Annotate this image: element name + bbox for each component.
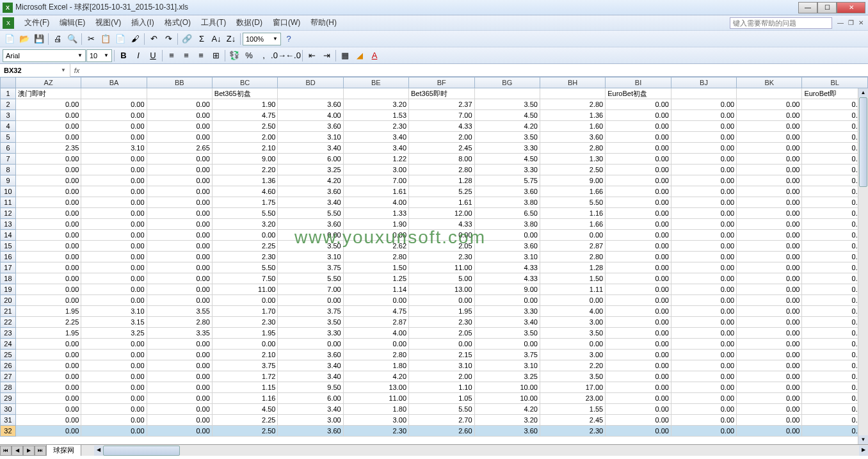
cell[interactable]: 0.00 [15,426,81,437]
cell[interactable]: 2.80 [147,317,212,328]
cell[interactable]: 3.50 [474,99,540,110]
cell[interactable]: 0.00 [737,208,802,219]
column-header[interactable]: BA [81,77,147,88]
cell[interactable]: 0.00 [278,295,343,306]
row-header[interactable]: 11 [1,197,16,208]
cell[interactable]: 0.00 [81,197,147,208]
cell[interactable]: 0.00 [671,121,736,132]
cell[interactable]: 0.00 [81,186,147,197]
cell[interactable]: 0.00 [278,230,343,241]
cell[interactable]: 0.00 [606,132,671,143]
cell[interactable]: 0.00 [606,328,671,339]
cell[interactable]: 4.50 [212,404,278,415]
cell[interactable]: 3.60 [278,426,343,437]
cell[interactable]: 0.00 [15,415,81,426]
row-header[interactable]: 7 [1,154,16,165]
cell[interactable]: 0.00 [540,230,605,241]
cell[interactable]: 0.00 [737,252,802,262]
cell[interactable]: 3.60 [540,132,605,143]
row-header[interactable]: 18 [1,273,16,284]
column-header[interactable]: AZ [15,77,81,88]
row-header[interactable]: 20 [1,295,16,306]
cell[interactable]: 3.40 [343,143,408,154]
cell[interactable]: 3.40 [474,317,540,328]
cell[interactable]: 0.00 [671,328,736,339]
formula-input[interactable] [83,65,868,76]
cell[interactable]: 0.00 [147,426,212,437]
cell[interactable]: 3.40 [278,371,343,382]
cell[interactable]: 0.00 [81,208,147,219]
cell[interactable]: 0.00 [737,371,802,382]
cell[interactable]: 0.00 [147,273,212,284]
cell[interactable]: 2.30 [540,426,605,437]
cell[interactable]: 3.15 [81,317,147,328]
cell[interactable]: 0.00 [15,284,81,295]
cell[interactable]: 0.00 [15,404,81,415]
cell[interactable]: 0.00 [737,110,802,121]
cell[interactable]: 2.20 [540,360,605,371]
cell[interactable]: 1.95 [15,328,81,339]
cell[interactable]: 5.00 [409,273,475,284]
cell[interactable]: 2.70 [409,415,475,426]
cell[interactable]: 1.61 [409,197,475,208]
cell[interactable]: 0.00 [81,165,147,175]
cell[interactable]: 1.50 [540,273,605,284]
open-button[interactable]: 📂 [17,32,31,46]
cell[interactable]: 1.28 [409,175,475,186]
cell[interactable]: 0.00 [737,230,802,241]
cell[interactable]: 0.00 [671,360,736,371]
cell[interactable]: 2.10 [212,143,278,154]
doc-restore-button[interactable]: ❐ [846,19,855,28]
row-header[interactable]: 32 [1,426,16,437]
cell[interactable]: 0.00 [671,241,736,252]
cell[interactable]: 1.36 [540,110,605,121]
cell[interactable]: 3.30 [278,328,343,339]
cell[interactable]: 2.80 [540,99,605,110]
cell[interactable]: 5.50 [278,273,343,284]
cell[interactable]: 0.00 [147,382,212,393]
cell[interactable]: 3.35 [147,328,212,339]
cell[interactable]: 0.00 [212,295,278,306]
cell[interactable]: 0.00 [147,121,212,132]
cell[interactable]: 0.00 [606,230,671,241]
cell[interactable]: 0.00 [671,295,736,306]
column-header[interactable]: BJ [671,77,736,88]
cell[interactable]: 0.00 [147,415,212,426]
cell[interactable]: 0.00 [606,339,671,350]
comma-button[interactable]: , [257,49,271,63]
cell[interactable]: 2.25 [15,317,81,328]
cell[interactable]: 0.00 [212,230,278,241]
cell[interactable]: 0.00 [81,110,147,121]
cell[interactable]: 3.50 [540,371,605,382]
cell[interactable]: 0.00 [15,262,81,273]
cell[interactable]: 10.00 [474,382,540,393]
cell[interactable]: 0.00 [147,404,212,415]
cell[interactable]: 0.00 [81,262,147,273]
cell[interactable]: 3.50 [278,317,343,328]
cell[interactable]: 2.45 [540,415,605,426]
borders-button[interactable]: ▦ [338,49,352,63]
cell[interactable]: 3.10 [474,360,540,371]
cell[interactable]: 3.40 [343,132,408,143]
cell[interactable]: 0.00 [147,165,212,175]
cell[interactable]: 0.00 [15,339,81,350]
cell[interactable] [540,88,605,99]
cell[interactable]: 0.00 [671,339,736,350]
cell[interactable]: 2.05 [409,328,475,339]
cell[interactable]: 2.30 [212,317,278,328]
row-header[interactable]: 10 [1,186,16,197]
column-header[interactable]: BE [343,77,408,88]
row-header[interactable]: 19 [1,284,16,295]
cell[interactable]: 0.00 [606,143,671,154]
cell[interactable]: 3.75 [212,360,278,371]
minimize-button[interactable]: — [798,2,817,13]
cell[interactable]: 0.00 [671,219,736,230]
cell[interactable]: 2.25 [212,415,278,426]
cell[interactable]: 1.90 [343,219,408,230]
cell[interactable]: 0.00 [737,415,802,426]
cell[interactable]: 4.33 [409,219,475,230]
cell[interactable]: 11.00 [343,393,408,404]
cell[interactable]: 2.05 [409,241,475,252]
print-button[interactable]: 🖨 [51,32,65,46]
cell[interactable]: 5.50 [278,208,343,219]
